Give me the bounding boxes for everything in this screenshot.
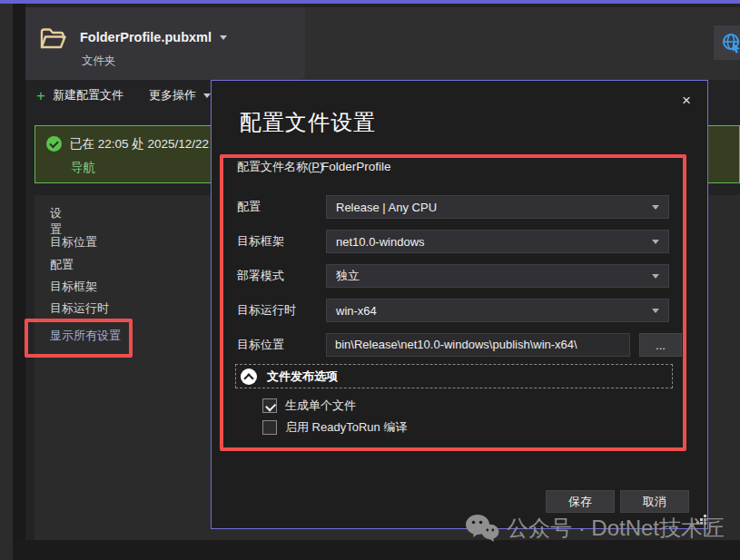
dialog-title: 配置文件设置 (240, 108, 376, 137)
chevron-down-icon (652, 274, 659, 279)
readytorun-checkbox-row[interactable]: 启用 ReadyToRun 编译 (262, 419, 407, 436)
plus-icon: + (36, 90, 45, 102)
checkbox-icon[interactable] (262, 398, 277, 413)
target-runtime-label: 目标运行时 (237, 299, 296, 322)
chevron-down-icon (203, 93, 211, 98)
sidebar-header: 设置 (50, 205, 62, 238)
chevron-down-icon (220, 35, 227, 40)
single-file-checkbox-row[interactable]: 生成单个文件 (262, 398, 356, 414)
configuration-select[interactable]: Release | Any CPU (326, 195, 669, 219)
watermark-text: 公众号 · DotNet技术匠 (507, 514, 725, 543)
target-location-label: 目标位置 (237, 333, 284, 357)
chevron-down-icon (652, 240, 659, 244)
window-left-edge (0, 4, 13, 560)
target-framework-select[interactable]: net10.0-windows (326, 230, 669, 253)
wechat-icon (465, 514, 499, 543)
file-publish-options-title: 文件发布选项 (267, 368, 338, 385)
new-profile-label: 新建配置文件 (53, 87, 123, 103)
window-top-border (0, 0, 740, 4)
deployment-mode-value: 独立 (336, 268, 360, 284)
checkbox-icon[interactable] (262, 420, 277, 435)
chevron-down-icon (652, 205, 659, 210)
publish-header: FolderProfile.pubxml 文件夹 (25, 7, 740, 80)
target-framework-label: 目标框架 (237, 230, 284, 253)
sidebar-item-target-location[interactable]: 目标位置 (50, 234, 97, 251)
chevron-up-circle-icon (241, 368, 257, 385)
sidebar-item-target-framework[interactable]: 目标框架 (50, 279, 97, 295)
configuration-label: 配置 (237, 195, 261, 219)
cancel-button[interactable]: 取消 (620, 490, 689, 513)
browse-button[interactable]: ... (639, 333, 682, 357)
save-button[interactable]: 保存 (546, 490, 615, 513)
more-actions-button[interactable]: 更多操作 (149, 87, 211, 103)
close-icon[interactable]: × (673, 88, 700, 113)
more-actions-label: 更多操作 (149, 87, 196, 103)
window-bottom-edge (13, 540, 740, 560)
profile-type-label: 文件夹 (82, 54, 116, 69)
show-all-settings-link[interactable]: 显示所有设置 (50, 328, 121, 344)
open-in-browser-button[interactable] (714, 25, 740, 60)
target-location-input[interactable]: bin\Release\net10.0-windows\publish\win-… (326, 333, 630, 357)
profile-name-value: FolderProfile (321, 158, 391, 176)
profile-tile: FolderProfile.pubxml 文件夹 (25, 7, 305, 80)
file-publish-options-expander[interactable]: 文件发布选项 (235, 364, 673, 388)
deployment-mode-label: 部署模式 (237, 264, 284, 288)
single-file-label: 生成单个文件 (285, 398, 356, 414)
configuration-value: Release | Any CPU (336, 201, 437, 214)
sidebar-item-configuration[interactable]: 配置 (50, 257, 74, 273)
readytorun-label: 启用 ReadyToRun 编译 (285, 419, 407, 436)
publish-toolbar: + 新建配置文件 更多操作 (36, 87, 211, 103)
browser-globe-icon (721, 32, 740, 54)
profile-settings-dialog: × 配置文件设置 配置文件名称(P) FolderProfile 配置 Rele… (211, 80, 708, 529)
profile-name-label: 配置文件名称(P) (237, 158, 323, 176)
profile-name: FolderProfile.pubxml (80, 30, 212, 44)
success-check-icon (46, 136, 62, 152)
profile-title-dropdown[interactable]: FolderProfile.pubxml (80, 30, 227, 44)
navigate-link[interactable]: 导航 (71, 160, 95, 176)
chevron-down-icon (652, 309, 659, 313)
new-profile-button[interactable]: + 新建配置文件 (36, 87, 123, 103)
folder-icon (38, 25, 67, 53)
target-runtime-value: win-x64 (336, 304, 377, 318)
deployment-mode-select[interactable]: 独立 (326, 264, 669, 288)
scrollbar-gutter (13, 4, 25, 560)
watermark: 公众号 · DotNet技术匠 (465, 514, 725, 543)
sidebar-item-target-runtime[interactable]: 目标运行时 (50, 300, 109, 317)
success-message: 已在 22:05 处 2025/12/22 上 (70, 136, 224, 152)
app-window: FolderProfile.pubxml 文件夹 + 新建配置文件 更多操作 (0, 0, 740, 560)
target-framework-value: net10.0-windows (336, 235, 425, 249)
target-runtime-select[interactable]: win-x64 (326, 299, 669, 322)
